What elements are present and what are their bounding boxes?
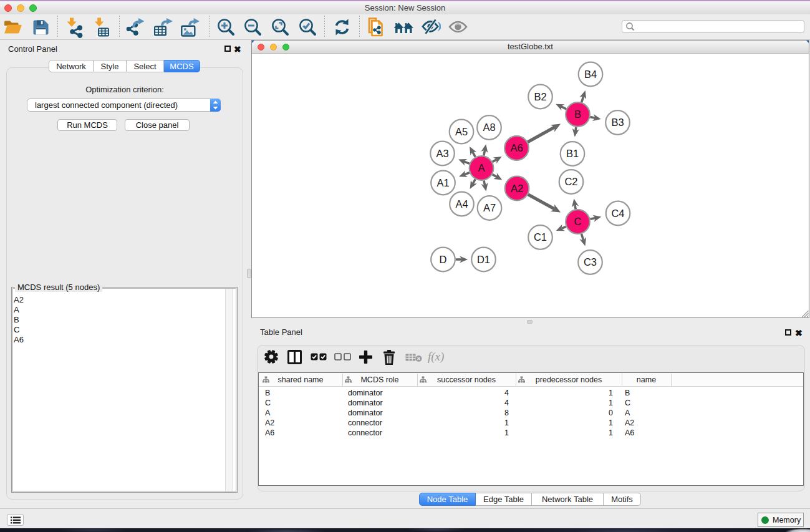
svg-text:A5: A5 <box>455 126 468 137</box>
svg-text:A1: A1 <box>436 177 449 188</box>
svg-text:B1: B1 <box>566 148 579 159</box>
svg-text:C2: C2 <box>564 176 577 187</box>
svg-text:A7: A7 <box>483 202 496 213</box>
svg-text:D1: D1 <box>477 254 490 265</box>
svg-text:B4: B4 <box>584 69 597 80</box>
svg-text:D: D <box>440 254 447 265</box>
svg-text:A2: A2 <box>511 183 523 194</box>
svg-text:C4: C4 <box>611 208 624 219</box>
svg-text:B2: B2 <box>534 91 546 102</box>
svg-text:A4: A4 <box>455 198 468 210</box>
svg-text:A8: A8 <box>483 122 495 133</box>
svg-text:A: A <box>478 162 485 173</box>
svg-text:A6: A6 <box>510 142 523 153</box>
svg-text:B3: B3 <box>611 117 624 128</box>
svg-text:C1: C1 <box>534 231 547 243</box>
svg-text:B: B <box>574 109 581 120</box>
svg-text:C: C <box>574 216 582 227</box>
svg-text:C3: C3 <box>584 256 597 268</box>
svg-text:A3: A3 <box>436 148 448 159</box>
